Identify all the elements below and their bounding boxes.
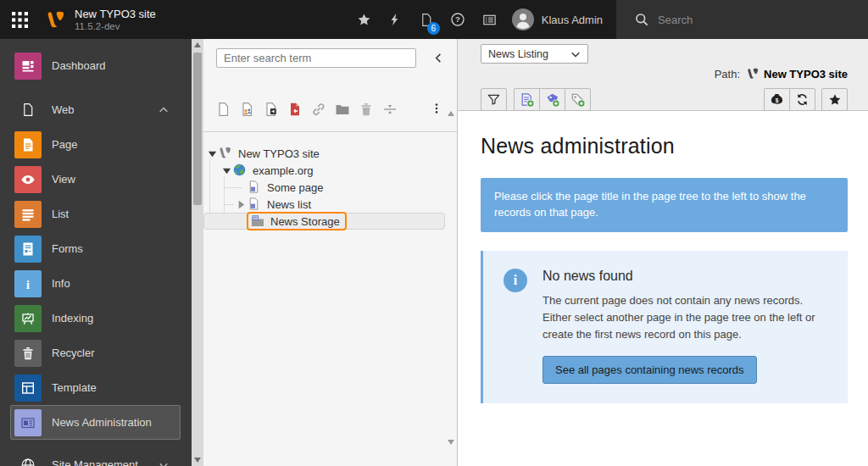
typo3-logo-icon xyxy=(45,9,66,31)
svg-text:i: i xyxy=(26,278,30,291)
path-value: New TYPO3 site xyxy=(764,68,848,80)
sidebar-item-news-administration[interactable]: News Administration xyxy=(10,405,181,440)
chevron-left-icon xyxy=(433,53,444,64)
new-news-record-button[interactable] xyxy=(514,88,540,111)
tree-search-input[interactable] xyxy=(216,48,416,68)
refresh-icon xyxy=(795,92,810,107)
see-all-pages-button[interactable]: See all pages containing news records xyxy=(542,356,757,384)
module-function-select[interactable]: News Listing xyxy=(481,44,588,64)
tree-node-label: News list xyxy=(267,198,311,211)
sidebar-scrollbar[interactable] xyxy=(192,39,203,466)
help-button[interactable]: ? xyxy=(442,0,474,39)
filter-button[interactable] xyxy=(481,88,507,111)
tree-menu-dots-icon[interactable] xyxy=(430,102,445,117)
sidebar-item-dashboard[interactable]: Dashboard xyxy=(10,48,181,83)
collapse-tree-button[interactable] xyxy=(430,49,447,66)
sidebar-item-label: Template xyxy=(52,381,97,394)
chevron-down-icon xyxy=(570,49,581,59)
avatar xyxy=(512,8,534,31)
tree-node-some-page[interactable]: Some page xyxy=(203,179,445,196)
sidebar-item-template[interactable]: Template xyxy=(10,370,181,405)
sidebar-item-web[interactable]: Web xyxy=(10,92,181,127)
sidebar-item-info[interactable]: iInfo xyxy=(10,266,181,301)
new-link-page-icon[interactable] xyxy=(311,102,326,117)
sidebar-item-label: Indexing xyxy=(52,312,93,325)
info-icon: i xyxy=(14,270,42,297)
tree-node-label: News Storage xyxy=(270,215,340,228)
new-tag-icon xyxy=(570,92,586,108)
clear-cache-button[interactable] xyxy=(380,0,411,39)
module-select-value: News Listing xyxy=(488,48,548,60)
sidebar-item-list[interactable]: List xyxy=(10,197,181,231)
docheader: News Listing Path: New TYPO3 site xyxy=(458,39,868,111)
tree-node-news-storage[interactable]: News Storage xyxy=(203,213,445,230)
help-icon: ? xyxy=(450,12,465,27)
expander-placeholder xyxy=(235,215,247,227)
system-information-icon xyxy=(482,13,497,27)
system-information-button[interactable] xyxy=(474,0,505,39)
user-menu[interactable]: Klaus Admin xyxy=(505,0,616,39)
new-page-icon[interactable] xyxy=(216,102,231,117)
filter-funnel-icon xyxy=(487,92,501,107)
callout-body: The current page does not contain any ne… xyxy=(542,292,826,343)
new-recycler-icon[interactable] xyxy=(359,102,374,117)
path-label: Path: xyxy=(715,68,740,80)
search-input[interactable] xyxy=(658,14,827,26)
sidebar-item-label: View xyxy=(52,173,75,186)
no-news-callout: i No news found The current page does no… xyxy=(481,251,848,403)
tree-node-label: example.org xyxy=(253,164,314,177)
new-shortcut-page-icon[interactable] xyxy=(264,102,279,117)
bookmark-button[interactable] xyxy=(348,0,380,39)
tree-node-example-org[interactable]: example.org xyxy=(203,162,445,179)
sidebar-item-site-management[interactable]: Site Management xyxy=(10,447,181,466)
news-icon xyxy=(14,409,42,436)
sidebar-item-label: Info xyxy=(52,277,70,290)
module-content: News Listing Path: New TYPO3 site xyxy=(458,39,868,466)
tree-node-new-typo3-site[interactable]: New TYPO3 site xyxy=(203,145,445,162)
typo3-version: 11.5.2-dev xyxy=(75,20,156,32)
scrollbar-thumb[interactable] xyxy=(193,53,202,205)
scroll-up-icon[interactable] xyxy=(192,39,203,51)
forms-icon xyxy=(14,236,42,263)
brand[interactable]: New TYPO3 site 11.5.2-dev xyxy=(39,8,156,32)
new-category-icon xyxy=(545,92,560,108)
sidebar-item-view[interactable]: View xyxy=(10,162,181,197)
new-tag-button[interactable] xyxy=(565,88,591,111)
new-spacer-icon[interactable] xyxy=(382,102,398,117)
expander-expanded-icon[interactable] xyxy=(220,164,232,176)
new-folder-icon[interactable] xyxy=(335,102,350,117)
tree-scroll-down-icon[interactable] xyxy=(448,445,454,460)
shortcut-button[interactable] xyxy=(821,88,848,111)
page-doc-icon xyxy=(247,180,262,195)
new-category-button[interactable] xyxy=(539,88,565,111)
site-title: New TYPO3 site xyxy=(75,8,156,20)
tree-scroll-up-icon[interactable] xyxy=(448,97,454,112)
page-tree: New TYPO3 siteexample.orgSome pageNews l… xyxy=(203,132,457,230)
reload-button[interactable] xyxy=(789,88,815,111)
new-mountpoint-page-icon[interactable] xyxy=(287,102,303,117)
tree-node-news-list[interactable]: News list xyxy=(203,196,445,213)
chevron-down-icon xyxy=(159,460,169,466)
breadcrumb: Path: New TYPO3 site xyxy=(715,67,848,80)
new-backend-user-section-icon[interactable] xyxy=(240,102,255,117)
info-alert: Please click the page title in the page … xyxy=(481,178,848,232)
sidebar-item-label: News Administration xyxy=(52,416,152,429)
scroll-down-icon[interactable] xyxy=(192,454,203,466)
sidebar-item-label: Site Management xyxy=(52,458,138,466)
selected-node-outline[interactable]: News Storage xyxy=(247,212,347,230)
modulemenu-toggle-button[interactable] xyxy=(0,0,39,39)
opened-documents-button[interactable]: 6 xyxy=(411,0,442,39)
web-doc-icon xyxy=(14,97,42,124)
page-title: News administration xyxy=(481,134,848,158)
sidebar-item-forms[interactable]: Forms xyxy=(10,231,181,266)
topbar-search[interactable] xyxy=(616,0,868,39)
sidebar-item-page[interactable]: Page xyxy=(10,127,181,162)
sidebar-item-label: Recycler xyxy=(52,347,95,359)
sidebar-item-indexing[interactable]: Indexing xyxy=(10,301,181,336)
expander-expanded-icon[interactable] xyxy=(206,147,218,159)
sidebar-item-recycler[interactable]: Recycler xyxy=(10,336,181,370)
donation-button[interactable]: $ xyxy=(764,88,790,111)
modulemenu-toggle-icon xyxy=(12,12,28,28)
page-icon xyxy=(14,131,42,158)
expander-collapsed-icon[interactable] xyxy=(235,198,247,210)
